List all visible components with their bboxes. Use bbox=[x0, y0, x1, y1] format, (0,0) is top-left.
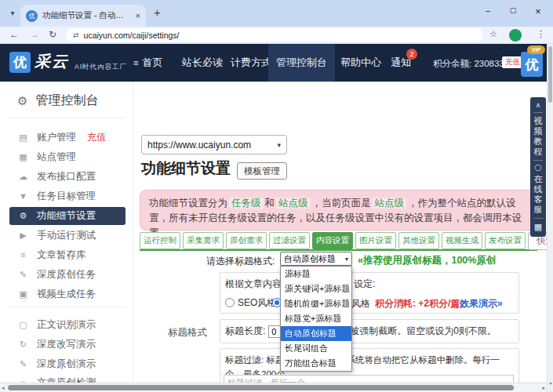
sidebar-item-label: 文章暂存库 bbox=[37, 249, 86, 262]
reload-button[interactable]: ↻ bbox=[49, 29, 56, 40]
settings-tab-bar: 运行控制 采集需求 原创需求 过滤设置 内容设置 图片设置 其他设置 视频生成 … bbox=[140, 232, 537, 251]
vertical-scrollbar[interactable]: ▾ bbox=[547, 44, 553, 392]
effect-demo-link[interactable]: 效果演示» bbox=[460, 297, 503, 310]
new-tab-button[interactable]: + bbox=[154, 5, 161, 19]
window-minimize-button[interactable]: − bbox=[481, 6, 495, 16]
radio-icon[interactable] bbox=[225, 298, 235, 307]
tab-video-generation[interactable]: 视频生成 bbox=[442, 232, 482, 249]
title-format-label: 请选择标题格式: bbox=[206, 255, 275, 268]
collapse-chevron-icon[interactable]: ∧ bbox=[536, 101, 541, 109]
radio-seo-style[interactable]: SEO风格 bbox=[225, 296, 276, 310]
horizontal-scrollbar[interactable]: ◂ ▸ bbox=[0, 383, 547, 392]
site-level-chip: 站点级 bbox=[373, 198, 407, 209]
logo-text: 采云 bbox=[35, 51, 69, 72]
dropdown-option-selected[interactable]: 自动原创标题 bbox=[281, 326, 351, 341]
divider bbox=[533, 160, 543, 161]
sidebar-item-label: 深度改写演示 bbox=[37, 338, 96, 351]
nav-label: 首页 bbox=[142, 56, 162, 70]
browser-menu-icon[interactable]: ⋮ bbox=[537, 29, 545, 39]
dropdown-option[interactable]: 长尾词组合 bbox=[281, 341, 351, 356]
forward-button[interactable]: → bbox=[30, 29, 39, 40]
sidebar-item-deep-original-task[interactable]: ✎ 深度原创任务 bbox=[17, 267, 96, 281]
address-bar[interactable]: ⇄ ucaiyun.com/caiji/settings/ bbox=[66, 28, 483, 42]
sidebar-item-label: 深度原创任务 bbox=[37, 268, 96, 281]
tab-run-control[interactable]: 运行控制 bbox=[140, 232, 180, 249]
browser-profile-avatar[interactable] bbox=[509, 29, 522, 42]
sidebar-item-label: 手动运行测试 bbox=[37, 229, 96, 242]
sidebar-item-sites[interactable]: ▦ 站点管理 bbox=[17, 150, 76, 164]
tab-close-icon[interactable]: × bbox=[136, 11, 140, 20]
sidebar-item-task-targets[interactable]: ▼ 任务目标管理 bbox=[17, 189, 96, 203]
list-icon: ≡ bbox=[133, 58, 138, 67]
tab-image-settings[interactable]: 图片设置 bbox=[355, 232, 396, 249]
title-format-select[interactable]: 自动原创标题 ▾ bbox=[280, 252, 352, 266]
nav-item-home[interactable]: ≡ 首页 bbox=[126, 44, 170, 82]
dropdown-option[interactable]: 标题党+源标题 bbox=[281, 311, 351, 326]
nav-item-help[interactable]: 帮助中心 bbox=[333, 44, 389, 82]
browser-toolbar: ← → ↻ ⇄ ucaiyun.com/caiji/settings/ ☆ ⋮ bbox=[0, 27, 553, 44]
tab-filter-settings[interactable]: 过滤设置 bbox=[269, 232, 310, 249]
monitor-icon: ▢ bbox=[17, 320, 29, 330]
sidebar-item-manual-test[interactable]: ▶ 手动运行测试 bbox=[17, 228, 96, 242]
user-avatar[interactable]: 优 bbox=[521, 52, 543, 77]
site-select[interactable]: https://www.ucaiyun.com ▾ bbox=[141, 135, 287, 154]
recharge-link[interactable]: 充值 bbox=[87, 131, 106, 144]
tab-original-requirements[interactable]: 原创需求 bbox=[226, 232, 267, 249]
tab-collect-requirements[interactable]: 采集需求 bbox=[183, 232, 224, 249]
template-manage-button[interactable]: 模板管理 bbox=[237, 162, 287, 180]
notification-badge: 2 bbox=[406, 49, 417, 60]
title-length-hint: 被强制截断。留空或设为0则不限。 bbox=[350, 325, 497, 338]
database-icon: ≡ bbox=[17, 250, 29, 260]
dropdown-option[interactable]: 随机前缀+源标题 bbox=[281, 296, 351, 311]
scroll-down-arrow-icon[interactable]: ▾ bbox=[548, 380, 553, 386]
window-close-button[interactable]: × bbox=[531, 6, 545, 17]
nav-item-notifications[interactable]: 通知 2 bbox=[383, 44, 419, 82]
sidebar-item-original-demo[interactable]: ✎ 深度原创演示 bbox=[17, 357, 96, 371]
task-level-chip: 任务级 bbox=[229, 198, 264, 209]
video-tutorial-link[interactable]: 视频教程 bbox=[533, 116, 543, 157]
notice-box: 功能细节设置分为任务级和站点级，当前页面是站点级，作为整个站点的默认设置，所有未… bbox=[140, 190, 537, 230]
divider bbox=[533, 218, 543, 219]
video-camera-icon: ▣ bbox=[17, 289, 29, 299]
qr-code-icon[interactable]: ▦ bbox=[534, 222, 542, 232]
dropdown-option[interactable]: 万能组合标题 bbox=[281, 356, 351, 371]
sidebar-item-rewrite-demo[interactable]: ↻ 深度改写演示 bbox=[17, 337, 96, 351]
sidebar-item-label: 站点管理 bbox=[37, 151, 76, 164]
title-style-section: 根据文章内容自动 设定: SEO风格 自 风格 积分消耗: +2积分/篇。 效果… bbox=[220, 272, 519, 314]
tab-search-chevron-icon[interactable]: ▾ bbox=[6, 7, 19, 20]
site-header: 优 采云 AI时代内容工厂 ≡ 首页 站长必读 计费方式 管理控制台 帮助中心 … bbox=[0, 44, 553, 82]
sidebar-item-feature-settings-active[interactable]: ⚙ 功能细节设置 bbox=[9, 207, 126, 225]
gear-icon: ⚙ bbox=[17, 94, 27, 108]
scroll-left-arrow-icon[interactable]: ◂ bbox=[2, 385, 5, 391]
back-button[interactable]: ← bbox=[9, 29, 19, 40]
tab-other-settings[interactable]: 其他设置 bbox=[398, 232, 439, 249]
dropdown-option[interactable]: 源关键词+源标题 bbox=[281, 281, 351, 296]
chevron-down-icon: ▾ bbox=[345, 256, 348, 263]
bookmark-star-icon[interactable]: ☆ bbox=[489, 29, 497, 39]
site-settings-icon[interactable]: ⇄ bbox=[73, 31, 79, 39]
vip-badge: VIP bbox=[527, 45, 545, 54]
recharge-button[interactable]: 充值 bbox=[502, 56, 523, 68]
chevron-down-icon: ▾ bbox=[277, 141, 281, 149]
browser-tab[interactable]: 优 功能细节设置 - 自动文章采集 × bbox=[20, 5, 146, 27]
points-cost-text: 积分消耗: +2积分/篇。 bbox=[375, 297, 469, 310]
sidebar-item-publish-api[interactable]: ☁ 发布接口配置 bbox=[17, 169, 96, 183]
window-maximize-button[interactable]: ▢ bbox=[506, 6, 520, 14]
tab-content-settings-active[interactable]: 内容设置 bbox=[312, 232, 353, 249]
horizontal-scrollbar-thumb[interactable] bbox=[8, 385, 514, 390]
sidebar-item-account[interactable]: ▤ 账户管理 充值 bbox=[17, 130, 106, 144]
gears-icon: ⚙ bbox=[17, 211, 29, 221]
edit-icon: ✎ bbox=[17, 270, 29, 280]
online-service-link[interactable]: 在线客服 bbox=[533, 174, 543, 215]
sidebar-item-body-recognition-demo[interactable]: ▢ 正文识别演示 bbox=[17, 318, 96, 332]
scroll-right-arrow-icon[interactable]: ▸ bbox=[542, 385, 545, 391]
refresh-icon: ↻ bbox=[17, 339, 29, 350]
grid-icon: ▦ bbox=[17, 152, 29, 162]
vertical-scrollbar-thumb[interactable] bbox=[548, 46, 552, 103]
nav-item-console-active[interactable]: 管理控制台 bbox=[268, 44, 335, 82]
sidebar-item-video-task[interactable]: ▣ 视频生成任务 bbox=[17, 287, 96, 301]
nav-label: 帮助中心 bbox=[340, 56, 381, 70]
dropdown-option[interactable]: 源标题 bbox=[281, 267, 351, 281]
sidebar-item-article-buffer[interactable]: ≡ 文章暂存库 bbox=[17, 248, 86, 262]
tab-publish-settings[interactable]: 发布设置 bbox=[485, 232, 526, 249]
